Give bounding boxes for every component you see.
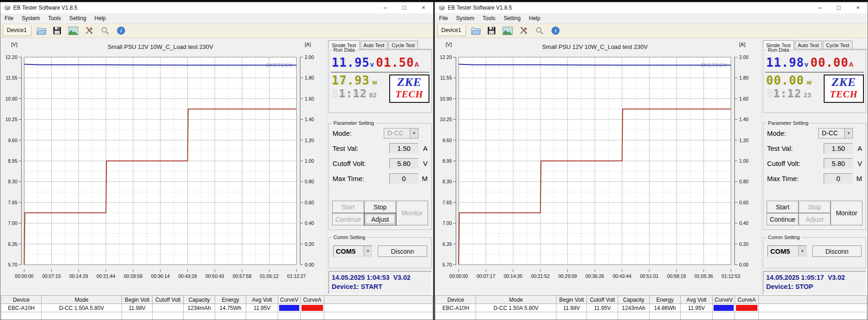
cutoff-volt-field[interactable]: 5.80 [389, 158, 418, 169]
svg-text:0.60: 0.60 [739, 200, 749, 205]
continue-button[interactable]: Continue [332, 213, 364, 225]
svg-text:12.20: 12.20 [440, 54, 452, 60]
max-time-field[interactable]: 0 [824, 173, 853, 184]
menu-tools[interactable]: Tools [478, 14, 499, 23]
svg-text:[V]: [V] [11, 42, 17, 47]
device-selector[interactable]: Device1 [437, 25, 466, 36]
tab-auto-test[interactable]: Auto Test [795, 41, 822, 49]
run-data-legend: Run Data [767, 47, 790, 53]
image-export-icon[interactable] [67, 25, 79, 37]
tab-cycle-test[interactable]: Cycle Test [388, 41, 418, 49]
close-button[interactable]: × [848, 2, 868, 13]
disconnect-button[interactable]: Disconn [378, 245, 427, 257]
start-button[interactable]: Start [332, 201, 364, 213]
minimize-button[interactable]: – [810, 2, 829, 13]
stop-button[interactable]: Stop [799, 201, 831, 213]
svg-text:2.00: 2.00 [305, 54, 314, 60]
svg-text:10.90: 10.90 [440, 96, 452, 101]
tab-auto-test[interactable]: Auto Test [360, 41, 388, 49]
svg-text:00:00:00: 00:00:00 [450, 273, 468, 279]
table-row[interactable]: EBC-A10H D-CC 1.50A 5.80V 11.98V 1234mAh… [1, 304, 433, 312]
svg-text:7.65: 7.65 [8, 200, 18, 205]
info-icon[interactable]: i [115, 25, 127, 37]
run-data-group: Run Data 88.8811.98 v 88.8800.00 A 88.88… [763, 50, 866, 113]
menu-system[interactable]: System [17, 14, 44, 23]
power-display: 88.8817.93 [332, 74, 370, 87]
svg-text:00:36:14: 00:36:14 [151, 273, 170, 279]
comm-setting-legend: Comm Setting [332, 235, 367, 240]
close-button[interactable]: × [414, 2, 433, 13]
continue-button[interactable]: Continue [767, 213, 799, 225]
table-row-empty [1, 312, 433, 320]
svg-text:00:21:52: 00:21:52 [531, 273, 550, 279]
menu-file[interactable]: File [435, 14, 452, 23]
test-val-field[interactable]: 1.50 [824, 143, 853, 154]
test-val-label: Test Val: [333, 144, 389, 152]
curve-v-swatch [713, 304, 735, 312]
window-title: EB Tester Software V1.8.5 [448, 5, 512, 11]
svg-text:1.80: 1.80 [739, 75, 749, 80]
menu-tools[interactable]: Tools [44, 14, 65, 23]
status-log: 14.05.2025 1:04:53 V3.02 Device1: START [328, 271, 432, 294]
mode-dropdown[interactable]: D-CC ▼ [384, 128, 418, 139]
tools-icon[interactable] [83, 25, 95, 37]
svg-text:5.70: 5.70 [8, 262, 18, 267]
disconnect-button[interactable]: Disconn [812, 245, 862, 257]
com-port-dropdown[interactable]: COM5 ▼ [767, 245, 807, 257]
svg-text:9.60: 9.60 [443, 138, 452, 143]
stop-button[interactable]: Stop [364, 201, 396, 213]
svg-text:Small PSU 12V 10W_C_Load test: Small PSU 12V 10W_C_Load test 230V [107, 43, 213, 50]
max-time-field[interactable]: 0 [389, 173, 418, 184]
save-icon[interactable] [485, 25, 498, 37]
image-export-icon[interactable] [501, 25, 514, 37]
svg-text:0.80: 0.80 [305, 179, 314, 184]
svg-text:1.60: 1.60 [739, 96, 749, 101]
svg-text:00:51:01: 00:51:01 [640, 273, 659, 279]
device-selector[interactable]: Device1 [3, 25, 32, 36]
maximize-button[interactable]: □ [829, 2, 848, 13]
info-icon[interactable]: i [549, 25, 562, 37]
search-icon[interactable] [533, 25, 546, 37]
monitor-button[interactable]: Monitor [831, 201, 863, 225]
power-unit: w [807, 79, 812, 86]
mode-dropdown[interactable]: D-CC ▼ [818, 128, 853, 139]
open-file-icon[interactable] [35, 25, 48, 37]
svg-text:8.30: 8.30 [443, 179, 452, 184]
com-port-dropdown[interactable]: COM5 ▼ [333, 245, 372, 257]
current-display: 88.8800.00 [810, 56, 848, 69]
open-file-icon[interactable] [469, 25, 482, 37]
menu-setting[interactable]: Setting [499, 14, 524, 23]
svg-text:1.00: 1.00 [305, 158, 314, 164]
svg-text:0.20: 0.20 [739, 241, 749, 247]
test-val-field[interactable]: 1.50 [389, 143, 418, 154]
menu-system[interactable]: System [452, 14, 478, 23]
svg-text:10.25: 10.25 [5, 117, 17, 122]
menu-file[interactable]: File [0, 14, 17, 23]
svg-text:00:07:17: 00:07:17 [476, 273, 495, 279]
svg-text:00:50:43: 00:50:43 [206, 273, 224, 279]
search-icon[interactable] [99, 25, 111, 37]
svg-text:0.00: 0.00 [739, 262, 749, 267]
minimize-button[interactable]: – [376, 2, 395, 13]
save-icon[interactable] [51, 25, 64, 37]
monitor-button[interactable]: Monitor [396, 201, 428, 225]
table-row[interactable]: EBC-A10H D-CC 1.50A 5.80V 11.98V 11.95V … [436, 304, 867, 312]
app-window-right: EB Tester Software V1.8.5 – □ × File Sys… [434, 2, 868, 320]
test-val-unit: A [418, 144, 428, 152]
table-header-row: DeviceMode Begin VoltCutoff Volt Capacit… [436, 296, 867, 304]
cutoff-volt-field[interactable]: 5.80 [824, 158, 853, 169]
svg-text:8.95: 8.95 [443, 158, 452, 164]
svg-text:00:29:09: 00:29:09 [558, 273, 577, 279]
menu-help[interactable]: Help [90, 14, 110, 23]
svg-text:8.30: 8.30 [8, 179, 18, 184]
maximize-button[interactable]: □ [395, 2, 414, 13]
tools-icon[interactable] [517, 25, 530, 37]
tab-cycle-test[interactable]: Cycle Test [823, 41, 852, 49]
menu-setting[interactable]: Setting [65, 14, 90, 23]
adjust-button[interactable]: Adjust [364, 213, 396, 225]
menu-help[interactable]: Help [525, 14, 545, 23]
svg-text:00:14:29: 00:14:29 [69, 273, 88, 279]
svg-text:0.40: 0.40 [305, 220, 314, 226]
start-button[interactable]: Start [767, 201, 799, 213]
adjust-button[interactable]: Adjust [799, 213, 831, 225]
